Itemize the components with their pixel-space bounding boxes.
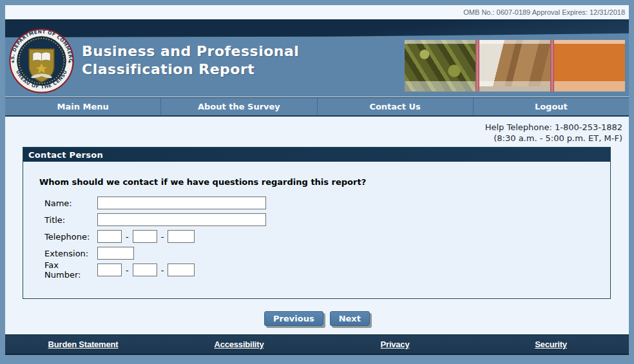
nav-item-main-menu[interactable]: Main Menu <box>5 98 160 115</box>
survey-app: OMB No.: 0607-0189 Approval Expires: 12/… <box>5 5 629 355</box>
nav-bar: Main Menu About the Survey Contact Us Lo… <box>5 97 629 117</box>
header-top-stripe <box>5 19 629 37</box>
title-input[interactable] <box>97 213 266 226</box>
nav-item-about-the-survey[interactable]: About the Survey <box>160 98 316 115</box>
page-header: U.S. DEPARTMENT OF COMMERCE BUREAU OF TH… <box>5 19 629 97</box>
help-telephone-number: Help Telephone: 1-800-253-1882 <box>485 122 622 133</box>
nav-item-label: Main Menu <box>57 102 109 111</box>
burden-statement-link[interactable]: Burden Statement <box>48 340 119 349</box>
navigation-buttons: Previous Next <box>5 311 629 326</box>
telephone-label: Telephone: <box>44 232 97 242</box>
extension-row: Extension: <box>44 246 610 260</box>
telephone-row: Telephone: - - <box>44 229 610 244</box>
extension-label: Extension: <box>44 249 97 258</box>
contact-question-text: Whom should we contact if we have questi… <box>39 177 610 187</box>
header-photo-strip <box>405 40 625 91</box>
footer-cell: Security <box>473 335 629 354</box>
nav-item-label: Logout <box>535 102 568 111</box>
help-telephone-block: Help Telephone: 1-800-253-1882 (8:30 a.m… <box>485 122 622 144</box>
dash-separator: - <box>126 232 129 242</box>
privacy-link[interactable]: Privacy <box>381 340 410 349</box>
telephone-line-input[interactable] <box>168 230 195 243</box>
next-button[interactable]: Next <box>330 311 370 326</box>
title-row: Title: <box>44 213 610 227</box>
machine-parts-photo <box>405 40 476 91</box>
fax-prefix-input[interactable] <box>133 263 157 276</box>
previous-button[interactable]: Previous <box>264 311 323 326</box>
fax-label: Fax Number: <box>44 260 97 280</box>
nav-item-label: Contact Us <box>369 102 420 111</box>
telephone-area-input[interactable] <box>97 230 122 243</box>
page-title: Business and Professional Classification… <box>82 43 299 79</box>
fax-line-input[interactable] <box>168 263 195 276</box>
browser-page: OMB No.: 0607-0189 Approval Expires: 12/… <box>0 0 634 364</box>
shipping-boxes-photo <box>479 40 550 91</box>
telephone-prefix-input[interactable] <box>133 230 157 243</box>
panel-title: Contact Person <box>23 150 103 160</box>
dash-separator: - <box>126 265 129 275</box>
page-title-line1: Business and Professional <box>82 43 299 61</box>
nav-item-contact-us[interactable]: Contact Us <box>317 98 473 115</box>
fax-row: Fax Number: - - <box>44 263 610 277</box>
title-label: Title: <box>44 215 97 225</box>
census-bureau-seal-icon: U.S. DEPARTMENT OF COMMERCE BUREAU OF TH… <box>9 28 74 93</box>
panel-header: Contact Person <box>23 148 610 162</box>
nav-bar-wrap: Main Menu About the Survey Contact Us Lo… <box>5 97 629 117</box>
name-input[interactable] <box>97 196 266 209</box>
oranges-photo <box>554 40 625 91</box>
extension-input[interactable] <box>97 247 134 260</box>
help-telephone-hours: (8:30 a.m. - 5:00 p.m. ET, M-F) <box>485 133 622 144</box>
page-title-line2: Classification Report <box>82 61 299 79</box>
main-content: Help Telephone: 1-800-253-1882 (8:30 a.m… <box>5 117 629 334</box>
dash-separator: - <box>161 265 164 275</box>
security-link[interactable]: Security <box>535 340 567 349</box>
name-row: Name: <box>44 196 610 210</box>
svg-text:★: ★ <box>11 59 15 64</box>
footer-bar: Burden Statement Accessibility Privacy S… <box>5 334 629 355</box>
omb-approval-text: OMB No.: 0607-0189 Approval Expires: 12/… <box>463 8 625 16</box>
contact-person-panel: Contact Person Whom should we contact if… <box>23 147 611 299</box>
dash-separator: - <box>161 232 164 242</box>
footer-cell: Privacy <box>317 335 473 354</box>
nav-item-label: About the Survey <box>198 102 280 111</box>
name-label: Name: <box>44 198 97 208</box>
svg-text:★: ★ <box>68 59 72 64</box>
nav-item-logout[interactable]: Logout <box>473 98 629 115</box>
omb-bar: OMB No.: 0607-0189 Approval Expires: 12/… <box>5 5 629 19</box>
footer-cell: Burden Statement <box>5 335 161 354</box>
fax-area-input[interactable] <box>97 263 122 276</box>
accessibility-link[interactable]: Accessibility <box>215 340 264 349</box>
contact-form: Name: Title: Telephone: - - <box>44 196 610 277</box>
footer-cell: Accessibility <box>161 335 317 354</box>
